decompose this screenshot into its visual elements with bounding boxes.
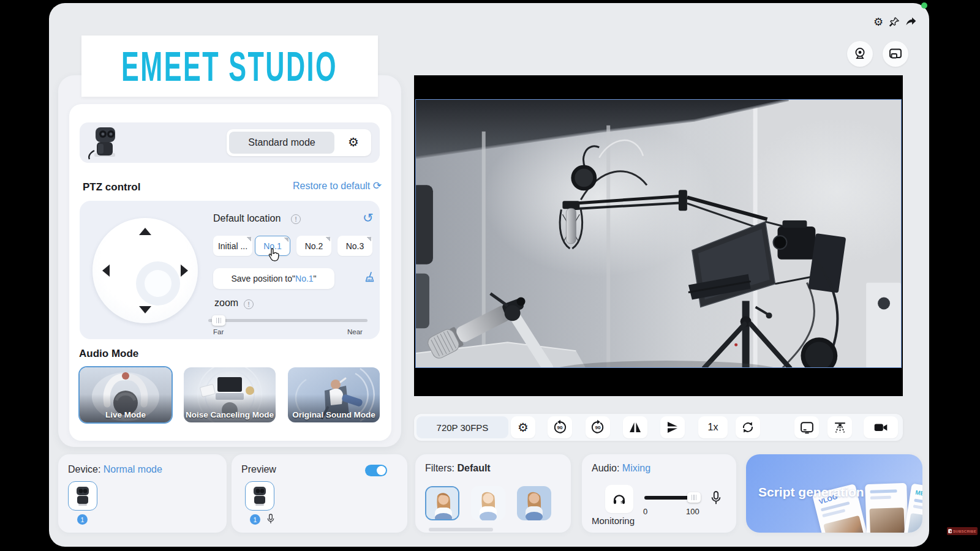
zoom-near-label: Near <box>347 328 363 335</box>
filter-thumb-cool[interactable] <box>517 486 551 520</box>
refresh-icon <box>741 420 755 435</box>
ptz-camera-image <box>86 124 129 162</box>
save-position-button[interactable]: Save position to"No.1" <box>213 268 334 289</box>
zoom-slider-track[interactable] <box>208 319 368 322</box>
pip-icon <box>888 47 903 61</box>
preview-toggle[interactable] <box>365 465 387 476</box>
ptz-left-button[interactable] <box>102 264 110 277</box>
flip-vertical-button[interactable] <box>660 416 685 438</box>
board-icon <box>799 420 815 435</box>
rotate-left-button[interactable]: 90 <box>548 416 572 438</box>
monitoring-button[interactable] <box>605 485 633 513</box>
default-location-label: Default location <box>213 213 281 224</box>
preview-camera-icon <box>249 485 270 507</box>
preview-card: Preview 1 <box>232 454 407 533</box>
svg-text:90: 90 <box>595 425 601 430</box>
zoom-info-icon[interactable]: ! <box>244 299 254 309</box>
resolution-pill[interactable]: 720P 30FPS <box>417 416 508 438</box>
location-undo-icon[interactable]: ↺ <box>363 212 374 225</box>
control-card: Standard mode ⚙ PTZ control Restore to d… <box>69 104 391 441</box>
restore-default-link[interactable]: Restore to default ⟳ <box>253 181 382 192</box>
audio-mode-original-sound[interactable]: Original Sound Mode <box>288 367 380 422</box>
preset-edit-corner-icon <box>325 237 330 242</box>
volume-min-label: 0 <box>643 507 647 516</box>
ptz-up-button[interactable] <box>139 228 151 235</box>
refresh-button[interactable] <box>736 416 760 438</box>
script-generation-button[interactable]: VLOG ME Script generation <box>746 454 922 533</box>
preset-edit-corner-icon <box>246 237 251 242</box>
logo-banner: EMEET STUDIO <box>81 36 378 97</box>
device-camera-icon <box>72 485 93 507</box>
filters-value[interactable]: Default <box>457 463 490 473</box>
filter-thumb-bright[interactable] <box>471 486 505 520</box>
camera-mode-value[interactable]: Standard mode <box>229 132 334 154</box>
default-location-info-icon[interactable]: ! <box>291 214 301 224</box>
subscribe-watermark: SUBSCRIBE <box>947 527 978 535</box>
zoom-slider-handle[interactable] <box>212 315 225 326</box>
device-count-badge: 1 <box>77 514 88 525</box>
filter-thumb-default[interactable] <box>425 486 459 520</box>
studio-scene-image <box>416 100 901 367</box>
youtube-play-icon <box>948 529 952 533</box>
mode-settings-gear-icon[interactable]: ⚙ <box>348 136 359 148</box>
script-generation-label: Script generation <box>758 485 864 500</box>
flip-horizontal-icon <box>628 420 643 435</box>
screen: ⚙ EMEET STUDIO Control Effect Assistance <box>0 0 980 551</box>
share-icon[interactable] <box>905 16 917 28</box>
preset-edit-corner-icon <box>284 238 288 242</box>
preview-label: Preview <box>241 464 276 475</box>
webcam-icon <box>853 47 867 61</box>
audio-mode-live[interactable]: Live Mode <box>80 367 172 422</box>
headphones-icon <box>611 491 627 507</box>
preview-count-badge: 1 <box>250 514 260 525</box>
flip-horizontal-button[interactable] <box>623 416 647 438</box>
app-logo: EMEET STUDIO <box>122 42 338 90</box>
filters-label: Filters: <box>425 463 454 473</box>
webcam-button[interactable] <box>847 41 873 67</box>
ptz-dpad[interactable] <box>92 218 198 323</box>
tripod-icon <box>832 420 848 435</box>
ptz-down-button[interactable] <box>139 306 151 313</box>
preset-no2-button[interactable]: No.2 <box>296 236 331 256</box>
flip-vertical-icon <box>665 420 680 435</box>
camera-mode-select[interactable]: Standard mode ⚙ <box>227 129 371 156</box>
ptz-right-button[interactable] <box>181 264 188 277</box>
device-card: Device: Normal mode 1 <box>58 454 227 533</box>
gear-icon: ⚙ <box>518 421 529 433</box>
svg-text:90: 90 <box>557 425 563 430</box>
pin-icon[interactable] <box>888 17 900 29</box>
preset-no3-button[interactable]: No.3 <box>337 236 372 256</box>
record-video-button[interactable] <box>864 416 898 438</box>
script-card-2 <box>865 483 909 533</box>
mic-icon[interactable] <box>709 490 723 509</box>
preview-mic-icon[interactable] <box>266 513 276 528</box>
hand-cursor <box>267 247 281 262</box>
pip-view-button[interactable] <box>883 41 908 67</box>
preset-initial-button[interactable]: Initial ... <box>213 236 252 256</box>
teleprompter-board-button[interactable] <box>794 416 819 438</box>
tripod-button[interactable] <box>827 416 852 438</box>
zoom-far-label: Far <box>213 328 224 335</box>
audio-mode-value[interactable]: Mixing <box>622 463 650 473</box>
volume-max-label: 100 <box>686 507 699 516</box>
restore-refresh-icon[interactable]: ⟳ <box>373 179 382 192</box>
audio-label: Audio: <box>592 463 619 473</box>
device-strip: Standard mode ⚙ <box>80 122 380 163</box>
video-settings-button[interactable]: ⚙ <box>511 416 535 438</box>
video-toolbar: 720P 30FPS ⚙ 90 90 <box>414 414 903 441</box>
rotate-right-90-icon: 90 <box>590 419 606 435</box>
clear-presets-broom-icon[interactable] <box>363 271 377 288</box>
monitor-volume-handle[interactable] <box>687 492 701 503</box>
device-mode-value[interactable]: Normal mode <box>104 464 162 474</box>
audio-mode-noise-canceling[interactable]: Noise Canceling Mode <box>184 367 276 422</box>
rotate-right-button[interactable]: 90 <box>586 416 610 438</box>
device-thumbnail[interactable] <box>68 481 97 511</box>
status-dot <box>921 2 927 9</box>
filters-scrollbar[interactable] <box>429 528 493 531</box>
preview-thumbnail[interactable] <box>245 481 274 511</box>
video-preview <box>414 75 903 396</box>
settings-gear-icon[interactable]: ⚙ <box>872 17 884 29</box>
speed-button[interactable]: 1x <box>698 416 728 438</box>
audio-card: Audio: Mixing Monitoring 0 100 <box>582 454 736 533</box>
ptz-panel: Default location ! ↺ Initial ... No.1 No… <box>80 201 380 339</box>
